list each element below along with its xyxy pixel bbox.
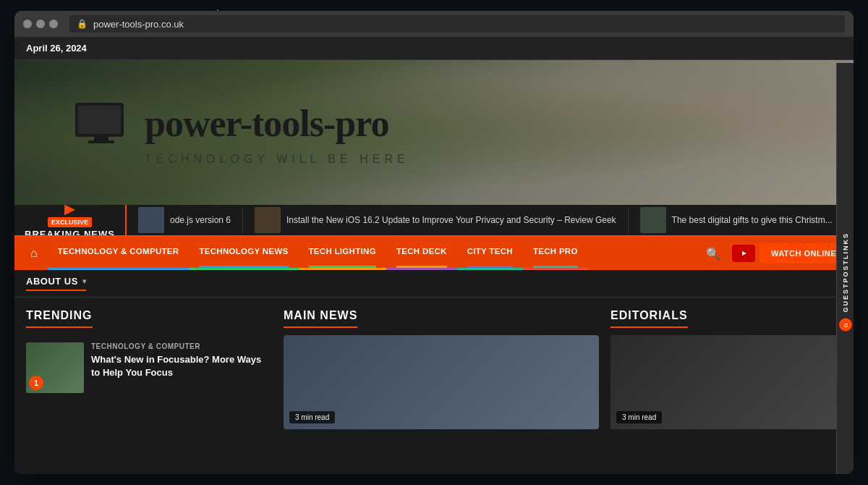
editorial-card-1[interactable]: 3 min read (610, 335, 842, 429)
read-time-badge-1: 3 min read (289, 411, 335, 423)
lock-icon: 🔒 (77, 19, 88, 29)
nav-label-tech-computer: TECHNOLOGY & COMPUTER (58, 247, 179, 256)
nav-label-tech-lighting: TECH LIGHTING (309, 247, 376, 256)
ticker-thumb-3 (640, 207, 666, 233)
trending-thumb-1: 1 (26, 342, 84, 393)
gp-logo: G (839, 318, 852, 331)
main-news-section: MAIN NEWS 3 min read (284, 309, 599, 429)
trending-info: TECHNOLOGY & COMPUTER What's New in Focu… (91, 342, 272, 379)
ticker-text-3: The best digital gifts to give this Chri… (672, 215, 833, 225)
search-icon[interactable]: 🔍 (699, 247, 728, 261)
monitor-icon (72, 100, 130, 147)
svg-rect-3 (88, 140, 114, 143)
breaking-news-bar: ▶ EXCLUSIVE BREAKING NEWS ode.js version… (14, 205, 854, 237)
news-card-image-1: 3 min read (284, 335, 599, 429)
date-bar: April 26, 2024 (14, 37, 854, 60)
ticker-item-2: Install the New iOS 16.2 Update to Impro… (243, 207, 629, 233)
main-nav: ⌂ TECHNOLOGY & COMPUTER TECHNOLOGY NEWS … (14, 237, 854, 270)
ticker-items: ode.js version 6 Install the New iOS 16.… (127, 207, 854, 233)
chevron-down-icon: ▾ (82, 277, 87, 285)
date-text: April 26, 2024 (26, 43, 87, 54)
browser-window: 🔒 power-tools-pro.co.uk April 26, 2024 (14, 11, 854, 474)
nav-technology-computer[interactable]: TECHNOLOGY & COMPUTER (48, 237, 190, 270)
main-news-title: MAIN NEWS (284, 309, 357, 328)
hero-tagline: TECHNOLOGY WILL BE HERE (145, 153, 409, 166)
about-us-label: ABOUT US (26, 276, 78, 287)
ticker-text-1: ode.js version 6 (170, 215, 231, 225)
watch-online-button[interactable]: WATCH ONLINE (760, 243, 848, 263)
site-name: power-tools-pro (145, 102, 388, 145)
main-content: TRENDING 1 TECHNOLOGY & COMPUTER What's … (14, 298, 854, 441)
news-card-1[interactable]: 3 min read (284, 335, 599, 429)
secondary-nav: ABOUT US ▾ (14, 270, 854, 298)
browser-titlebar: 🔒 power-tools-pro.co.uk (14, 11, 854, 37)
ticker-text-2: Install the New iOS 16.2 Update to Impro… (286, 215, 616, 225)
trending-item-1: 1 TECHNOLOGY & COMPUTER What's New in Fo… (26, 342, 272, 393)
about-us-button[interactable]: ABOUT US ▾ (26, 276, 86, 291)
nav-label-tech-deck: TECH DECK (396, 247, 447, 256)
nav-label-tech-pro: TECH PRO (533, 247, 578, 256)
trending-article-title-1[interactable]: What's New in Focusable? More Ways to He… (91, 353, 272, 379)
trending-section: TRENDING 1 TECHNOLOGY & COMPUTER What's … (26, 309, 272, 429)
side-strip: G GUESTPOSTLINKS (836, 63, 854, 474)
editorial-image-1: 3 min read (610, 335, 842, 429)
address-bar[interactable]: 🔒 power-tools-pro.co.uk (69, 15, 845, 33)
breaking-label: ▶ EXCLUSIVE BREAKING NEWS (14, 205, 127, 235)
nav-technology-news[interactable]: TECHNOLOGY NEWS (189, 237, 298, 270)
guestpostlinks-label: G GUESTPOSTLINKS (839, 232, 852, 332)
nav-tech-lighting[interactable]: TECH LIGHTING (299, 237, 386, 270)
youtube-button[interactable] (732, 245, 755, 262)
nav-label-tech-news: TECHNOLOGY NEWS (199, 247, 288, 256)
browser-dots (23, 20, 58, 28)
ticker-item-3: The best digital gifts to give this Chri… (629, 207, 845, 233)
editorials-title: EDITORIALS (610, 309, 688, 328)
hero-content: power-tools-pro TECHNOLOGY WILL BE HERE (14, 100, 467, 166)
hero-banner: power-tools-pro TECHNOLOGY WILL BE HERE (14, 60, 854, 205)
trending-title: TRENDING (26, 309, 93, 328)
nav-label-city-tech: CITY TECH (467, 247, 513, 256)
home-button[interactable]: ⌂ (20, 237, 48, 270)
trending-category-1: TECHNOLOGY & COMPUTER (91, 342, 272, 350)
website-content: April 26, 2024 power-tool (14, 37, 854, 474)
svg-rect-2 (94, 136, 109, 140)
exclusive-badge: EXCLUSIVE (48, 217, 92, 227)
ticker-thumb-1 (138, 207, 164, 233)
ticker-arrow: ▶ (64, 205, 75, 217)
hero-logo-row: power-tools-pro (72, 100, 409, 147)
dot-1 (23, 20, 32, 28)
side-strip-text: GUESTPOSTLINKS (842, 232, 849, 313)
nav-tech-pro[interactable]: TECH PRO (523, 237, 588, 270)
ticker-thumb-2 (255, 207, 281, 233)
breaking-text: BREAKING NEWS (25, 229, 115, 237)
editorials-section: EDITORIALS 3 min read (610, 309, 842, 429)
url-text: power-tools-pro.co.uk (93, 19, 184, 30)
trending-number-1: 1 (29, 376, 43, 390)
dot-2 (36, 20, 45, 28)
nav-city-tech[interactable]: CITY TECH (457, 237, 523, 270)
svg-rect-1 (78, 106, 121, 134)
nav-tech-deck[interactable]: TECH DECK (386, 237, 457, 270)
dot-3 (49, 20, 58, 28)
ticker-item-1: ode.js version 6 (127, 207, 243, 233)
editorial-read-time-1: 3 min read (616, 411, 662, 423)
